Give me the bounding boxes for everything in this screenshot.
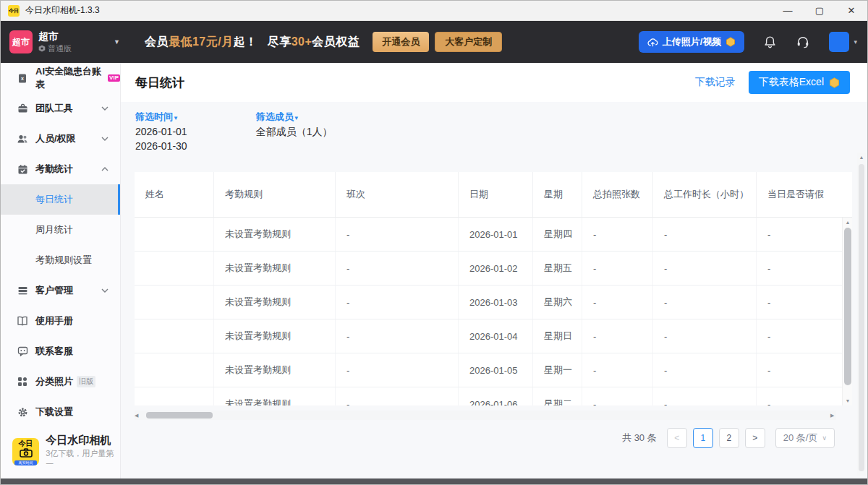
sidebar-item-user-manual[interactable]: 使用手册 — [1, 306, 120, 336]
scroll-down-arrow-icon[interactable]: ▼ — [843, 398, 853, 403]
sidebar-item-label: 考勤统计 — [35, 163, 73, 176]
table-cell — [135, 252, 214, 285]
window-vertical-scrollbar[interactable]: ▲ — [857, 153, 866, 476]
column-header: 总拍照张数 — [582, 172, 653, 217]
workspace-plan: 普通版 — [38, 43, 72, 54]
table-cell: - — [582, 387, 653, 405]
table-cell: - — [336, 353, 459, 387]
enterprise-custom-button[interactable]: 大客户定制 — [435, 32, 502, 52]
time-filter[interactable]: 筛选时间▼ 2026-01-01 2026-01-30 — [135, 111, 187, 153]
workspace-badge[interactable]: 超市 — [9, 30, 33, 53]
user-avatar[interactable] — [829, 32, 849, 52]
header-right-cluster: 上传照片/视频 ▾ — [639, 31, 857, 53]
pagination: 共 30 条 < 1 2 > 20 条/页 ∨ — [622, 428, 835, 448]
scroll-left-arrow-icon[interactable]: ◀ — [135, 413, 140, 419]
workspace-name: 超市 — [38, 30, 72, 42]
table-cell: 未设置考勤规则 — [214, 286, 336, 319]
sidebar-item-download-settings[interactable]: 下载设置 — [1, 397, 120, 427]
sidebar-subitem-attendance-rules[interactable]: 考勤规则设置 — [1, 245, 120, 275]
notification-bell-icon[interactable] — [763, 35, 777, 49]
column-header: 当日是否请假 — [757, 172, 840, 217]
table-cell: - — [653, 218, 757, 251]
customer-support-headset-icon[interactable] — [796, 35, 810, 49]
document-icon: x — [17, 72, 28, 84]
pagination-next-button[interactable]: > — [745, 428, 765, 448]
table-cell: 未设置考勤规则 — [214, 387, 336, 405]
brand-logo: 今日 真实时间 — [12, 438, 39, 465]
table-vertical-scrollbar[interactable]: ▲ ▼ — [842, 218, 852, 405]
app-icon: 今日 — [8, 5, 20, 17]
sidebar-item-label: 联系客服 — [35, 345, 73, 358]
workspace-meta: 超市 普通版 — [38, 30, 72, 54]
dropdown-caret-icon: ▼ — [294, 115, 299, 121]
workspace-dropdown-caret-icon[interactable]: ▼ — [114, 38, 120, 46]
pagination-total: 共 30 条 — [622, 432, 657, 445]
membership-promo: 会员最低17元/月起！尽享30+会员权益 — [145, 35, 359, 50]
pagination-prev-button[interactable]: < — [667, 428, 687, 448]
table-cell: - — [757, 319, 840, 353]
table-cell: - — [653, 353, 757, 387]
table-row: 未设置考勤规则-2026-01-05星期一--- — [135, 353, 852, 387]
close-button[interactable]: ✕ — [835, 1, 867, 20]
sidebar-item-customer-management[interactable]: 客户管理 — [1, 275, 120, 306]
sidebar-item-members-permissions[interactable]: 人员/权限 — [1, 124, 120, 154]
avatar-dropdown-caret-icon[interactable]: ▾ — [854, 38, 857, 46]
table-horizontal-scrollbar[interactable]: ◀ ▶ — [135, 411, 836, 420]
member-filter[interactable]: 筛选成员▼ 全部成员（1人） — [256, 111, 333, 153]
book-icon — [17, 315, 28, 327]
plan-hexagon-icon — [38, 45, 46, 52]
old-version-badge: 旧版 — [77, 376, 95, 387]
pagination-page-2[interactable]: 2 — [719, 428, 739, 448]
table-row: 未设置考勤规则-2026-01-04星期日--- — [135, 319, 852, 353]
table-cell: 星期五 — [533, 252, 582, 285]
camera-icon — [20, 448, 33, 458]
sidebar-item-label: 下载设置 — [35, 405, 73, 419]
table-cell: 2026-01-06 — [459, 387, 533, 405]
sidebar-item-classified-photos[interactable]: 分类照片 旧版 — [1, 366, 120, 397]
member-filter-value: 全部成员（1人） — [256, 126, 333, 138]
table-cell: - — [582, 286, 653, 319]
vertical-scroll-thumb[interactable] — [859, 164, 864, 471]
table-cell: 未设置考勤规则 — [214, 353, 336, 387]
table-cell: - — [757, 286, 840, 319]
table-row: 未设置考勤规则-2026-01-06星期二--- — [135, 387, 852, 405]
download-excel-button[interactable]: 下载表格Excel — [749, 71, 850, 94]
filter-bar: 筛选时间▼ 2026-01-01 2026-01-30 筛选成员▼ 全部成员（1… — [135, 111, 332, 153]
promo-text: 会员权益 — [312, 35, 359, 48]
maximize-button[interactable]: ▢ — [804, 1, 835, 20]
chevron-down-icon — [101, 137, 109, 141]
sidebar-subitem-weekly-monthly-stats[interactable]: 周月统计 — [1, 215, 120, 245]
page-size-select[interactable]: 20 条/页 ∨ — [775, 428, 835, 448]
brand-tagline: 3亿下载，用户量第一 — [46, 448, 120, 470]
brand-logo-text: 今日 — [19, 439, 33, 448]
vip-coin-icon — [829, 77, 840, 88]
promo-text: 会员 — [145, 35, 169, 48]
cloud-upload-icon — [647, 37, 658, 48]
sidebar-item-ai-safety-ledger[interactable]: x AI安全隐患台账表 VIP — [1, 63, 120, 93]
table-cell: - — [653, 319, 757, 353]
scroll-up-arrow-icon[interactable]: ▲ — [843, 220, 853, 225]
vertical-scroll-thumb[interactable] — [844, 228, 851, 385]
table-cell: 2026-01-02 — [459, 252, 533, 285]
plan-label: 普通版 — [48, 43, 72, 54]
download-records-link[interactable]: 下载记录 — [695, 76, 736, 89]
open-vip-button[interactable]: 开通会员 — [373, 32, 429, 52]
window-bottom-edge — [1, 478, 867, 484]
scroll-up-arrow-icon[interactable]: ▲ — [857, 155, 866, 160]
sidebar-item-attendance-stats[interactable]: 考勤统计 — [1, 154, 120, 184]
horizontal-scroll-thumb[interactable] — [146, 412, 213, 419]
vip-coin-icon — [726, 37, 736, 47]
upload-button-label: 上传照片/视频 — [663, 35, 722, 48]
sidebar-subitem-daily-stats[interactable]: 每日统计 — [1, 184, 120, 215]
dropdown-caret-icon: ▼ — [173, 115, 179, 121]
sidebar-item-team-tools[interactable]: 团队工具 — [1, 93, 120, 124]
minimize-button[interactable]: — — [772, 1, 804, 20]
scroll-right-arrow-icon[interactable]: ▶ — [830, 413, 836, 419]
upload-photo-video-button[interactable]: 上传照片/视频 — [639, 31, 745, 53]
table-cell: 星期六 — [533, 286, 582, 319]
pagination-page-1[interactable]: 1 — [693, 428, 713, 448]
table-cell: 未设置考勤规则 — [214, 218, 336, 251]
page-header-bar: 每日统计 下载记录 下载表格Excel — [121, 63, 867, 102]
sidebar-item-contact-support[interactable]: 联系客服 — [1, 336, 120, 366]
chevron-up-icon — [101, 167, 109, 171]
